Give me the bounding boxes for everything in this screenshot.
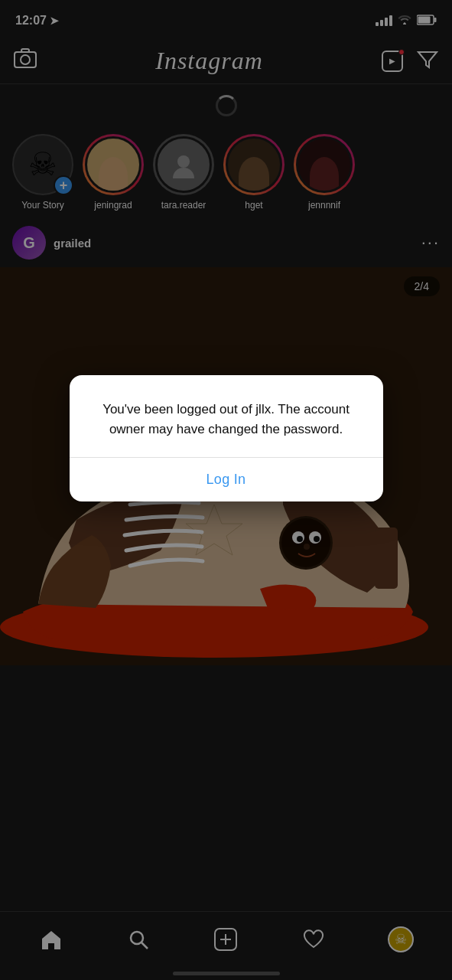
modal-body: You've been logged out of jllx. The acco…	[70, 375, 383, 457]
logout-modal: You've been logged out of jllx. The acco…	[70, 375, 383, 501]
modal-message: You've been logged out of jllx. The acco…	[91, 400, 362, 439]
login-button[interactable]: Log In	[70, 458, 383, 501]
